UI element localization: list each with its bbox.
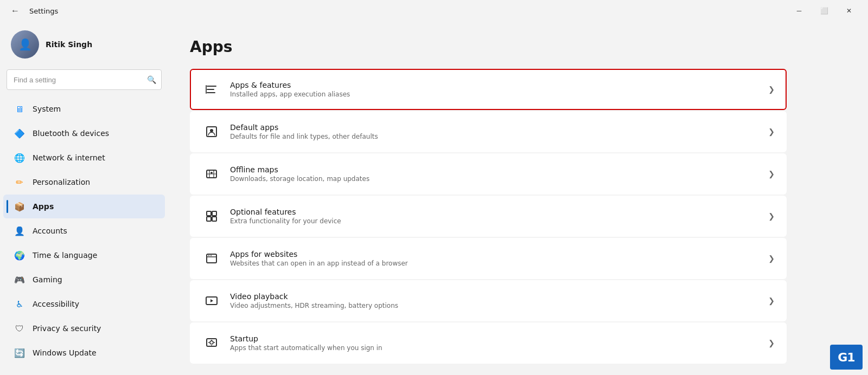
sidebar-item-label-gaming: Gaming [33,275,62,284]
sidebar-item-apps[interactable]: 📦 Apps [3,195,165,218]
watermark: G1 [830,345,863,370]
sidebar-item-label-privacy: Privacy & security [33,324,101,333]
svg-rect-8 [207,211,211,216]
default-apps-icon [202,122,221,141]
optional-features-title: Optional features [230,208,768,216]
video-playback-chevron: ❯ [768,296,775,305]
settings-item-video-playback[interactable]: Video playback Video adjustments, HDR st… [190,280,787,321]
settings-item-optional-features[interactable]: Optional features Extra functionality fo… [190,196,787,237]
page-title: Apps [190,38,835,56]
system-icon: 🖥 [14,104,25,114]
search-icon: 🔍 [147,75,156,84]
svg-point-5 [210,129,213,132]
default-apps-chevron: ❯ [768,127,775,136]
accessibility-icon: ♿ [14,299,25,309]
svg-rect-1 [207,89,214,90]
settings-list: Apps & features Installed apps, app exec… [190,69,787,364]
offline-maps-desc: Downloads, storage location, map updates [230,175,768,183]
offline-maps-title: Offline maps [230,165,768,174]
sidebar-item-label-time: Time & language [33,251,97,260]
apps-websites-desc: Websites that can open in an app instead… [230,260,768,267]
main-content: 👤 Ritik Singh 🔍 🖥 System [0,22,868,375]
offline-maps-chevron: ❯ [768,170,775,178]
apps-icon: 📦 [14,201,25,212]
startup-icon [202,333,221,353]
apps-features-chevron: ❯ [768,85,775,94]
user-profile[interactable]: 👤 Ritik Singh [0,22,168,67]
svg-rect-12 [207,254,216,263]
network-icon: 🌐 [14,152,25,163]
personalization-icon: ✏️ [14,177,25,188]
default-apps-title: Default apps [230,123,768,132]
settings-item-apps-features[interactable]: Apps & features Installed apps, app exec… [190,69,787,110]
sidebar-item-personalization[interactable]: ✏️ Personalization [3,170,165,194]
apps-websites-title: Apps for websites [230,250,768,258]
titlebar-title: Settings [29,7,58,15]
svg-point-13 [208,255,209,256]
sidebar-item-label-bluetooth: Bluetooth & devices [33,129,109,138]
sidebar-item-label-apps: Apps [33,202,54,211]
sidebar-item-update[interactable]: 🔄 Windows Update [3,341,165,365]
startup-title: Startup [230,334,768,343]
sidebar-item-privacy[interactable]: 🛡 Privacy & security [3,316,165,340]
update-icon: 🔄 [14,347,25,358]
sidebar-item-label-personalization: Personalization [33,178,90,186]
settings-item-apps-websites[interactable]: Apps for websites Websites that can open… [190,238,787,279]
apps-websites-icon [202,249,221,268]
apps-websites-text: Apps for websites Websites that can open… [230,250,768,267]
settings-item-startup[interactable]: Startup Apps that start automatically wh… [190,322,787,364]
sidebar-nav: 🖥 System 🔷 Bluetooth & devices 🌐 Network… [0,96,168,365]
video-playback-title: Video playback [230,292,768,301]
sidebar-item-label-system: System [33,105,61,113]
offline-maps-icon [202,164,221,184]
bluetooth-icon: 🔷 [14,128,25,139]
content-area: Apps Apps & features Installed [168,22,868,375]
sidebar-item-label-accessibility: Accessibility [33,300,79,308]
svg-rect-2 [207,92,215,93]
svg-point-17 [210,341,213,344]
svg-rect-9 [212,211,216,216]
sidebar-item-accounts[interactable]: 👤 Accounts [3,219,165,243]
titlebar-left: ← Settings [7,4,58,18]
sidebar-item-bluetooth[interactable]: 🔷 Bluetooth & devices [3,121,165,145]
video-playback-desc: Video adjustments, HDR streaming, batter… [230,302,768,309]
gaming-icon: 🎮 [14,274,25,285]
settings-item-offline-maps[interactable]: Offline maps Downloads, storage location… [190,153,787,195]
video-playback-text: Video playback Video adjustments, HDR st… [230,292,768,309]
sidebar-item-time[interactable]: 🌍 Time & language [3,243,165,267]
search-input[interactable] [7,69,162,90]
video-playback-icon [202,291,221,311]
apps-features-icon [202,80,221,99]
restore-button[interactable]: ⬜ [812,2,837,20]
apps-features-title: Apps & features [230,81,768,89]
close-button[interactable]: ✕ [837,2,861,20]
default-apps-text: Default apps Defaults for file and link … [230,123,768,140]
sidebar-item-system[interactable]: 🖥 System [3,97,165,121]
privacy-icon: 🛡 [14,323,25,334]
sidebar-item-accessibility[interactable]: ♿ Accessibility [3,292,165,316]
apps-features-text: Apps & features Installed apps, app exec… [230,81,768,98]
sidebar-item-label-update: Windows Update [33,348,97,357]
back-button[interactable]: ← [7,4,24,18]
svg-rect-0 [207,86,216,87]
sidebar-item-label-accounts: Accounts [33,227,67,235]
startup-desc: Apps that start automatically when you s… [230,344,768,352]
sidebar-item-gaming[interactable]: 🎮 Gaming [3,268,165,292]
apps-features-desc: Installed apps, app execution aliases [230,90,768,98]
optional-features-desc: Extra functionality for your device [230,217,768,225]
sidebar: 👤 Ritik Singh 🔍 🖥 System [0,22,168,375]
startup-text: Startup Apps that start automatically wh… [230,334,768,352]
accounts-icon: 👤 [14,225,25,236]
sidebar-item-network[interactable]: 🌐 Network & internet [3,146,165,170]
svg-rect-11 [212,217,216,221]
svg-rect-10 [207,217,211,221]
startup-chevron: ❯ [768,339,775,347]
settings-item-default-apps[interactable]: Default apps Defaults for file and link … [190,111,787,152]
minimize-button[interactable]: ─ [787,2,812,20]
sidebar-item-label-network: Network & internet [33,153,105,162]
user-name: Ritik Singh [46,40,92,49]
search-box: 🔍 [7,69,162,90]
optional-features-text: Optional features Extra functionality fo… [230,208,768,225]
titlebar-controls: ─ ⬜ ✕ [787,2,861,20]
svg-rect-3 [206,85,207,94]
